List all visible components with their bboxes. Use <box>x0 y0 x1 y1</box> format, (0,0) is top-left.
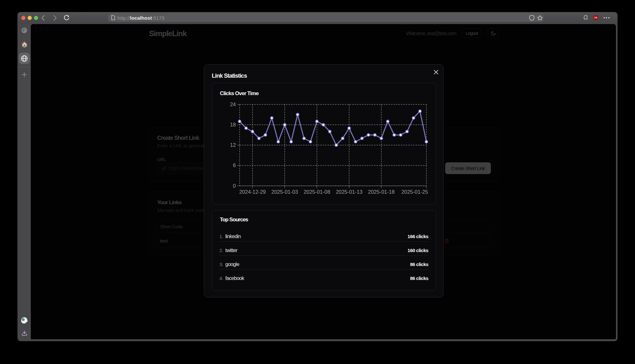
svg-text:2025-01-25: 2025-01-25 <box>401 189 428 195</box>
svg-text:2025-01-18: 2025-01-18 <box>368 189 395 195</box>
svg-text:18: 18 <box>230 122 236 127</box>
svg-text:0: 0 <box>233 183 236 189</box>
svg-text:UD: UD <box>594 16 598 19</box>
svg-text:2025-01-03: 2025-01-03 <box>271 189 298 195</box>
svg-text:6: 6 <box>233 162 236 168</box>
svg-text:24: 24 <box>230 101 236 107</box>
svg-text:2025-01-13: 2025-01-13 <box>336 189 363 195</box>
svg-text:12: 12 <box>230 142 236 148</box>
svg-text:2024-12-29: 2024-12-29 <box>239 189 266 195</box>
svg-text:2025-01-08: 2025-01-08 <box>304 189 330 195</box>
